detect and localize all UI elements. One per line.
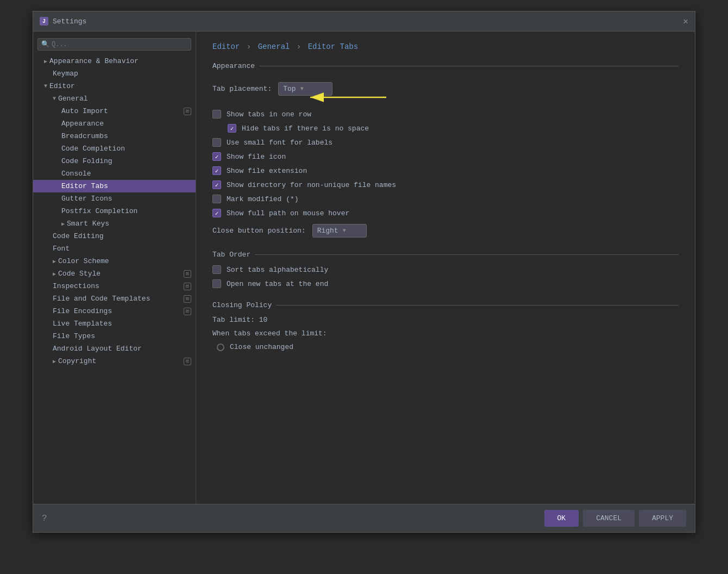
close-button-label: Close button position: (212, 227, 306, 235)
ok-button[interactable]: OK (544, 510, 579, 527)
help-button[interactable]: ? (42, 514, 47, 523)
appearance-section-header: Appearance (212, 62, 679, 70)
mark-modified-checkbox[interactable] (212, 195, 221, 203)
close-unchanged-label: Close unchanged (230, 343, 293, 351)
sidebar-label: Console (61, 170, 91, 178)
title-bar-left: J Settings (40, 17, 86, 26)
tab-limit-label: Tab limit: 10 (212, 316, 267, 324)
badge-icon: ⊡ (184, 358, 191, 365)
show-full-path-row: Show full path on mouse hover (212, 209, 679, 217)
close-unchanged-row: Close unchanged (212, 343, 679, 351)
sidebar-item-font[interactable]: Font (33, 242, 196, 255)
sidebar-label: Copyright (58, 357, 96, 365)
show-file-ext-checkbox[interactable] (212, 166, 221, 175)
sidebar-label: Breadcrumbs (61, 132, 108, 140)
sidebar-item-auto-import[interactable]: Auto Import ⊡ (33, 105, 196, 117)
mark-modified-label: Mark modified (*) (227, 195, 299, 203)
separator-icon: › (247, 42, 256, 51)
sidebar-label: Code Folding (61, 157, 112, 165)
sidebar-item-file-encodings[interactable]: File Encodings ⊡ (33, 305, 196, 317)
title-bar: J Settings ✕ (33, 11, 695, 32)
sidebar-label: Appearance & Behavior (49, 57, 139, 65)
show-full-path-checkbox[interactable] (212, 209, 221, 217)
sidebar-item-postfix-completion[interactable]: Postfix Completion (33, 205, 196, 217)
cancel-button[interactable]: CANCEL (583, 510, 635, 527)
when-exceed-label: When tabs exceed the limit: (212, 329, 327, 338)
close-button-row: Close button position: Right ▼ (212, 224, 679, 238)
show-file-ext-label: Show file extension (227, 167, 307, 175)
sidebar-item-console[interactable]: Console (33, 167, 196, 180)
breadcrumb-part-2: General (258, 42, 290, 51)
hide-tabs-checkbox[interactable] (228, 124, 236, 133)
small-font-row: Use small font for labels (212, 138, 679, 147)
show-dir-checkbox[interactable] (212, 180, 221, 189)
sort-tabs-label: Sort tabs alphabetically (227, 266, 328, 274)
when-exceed-row: When tabs exceed the limit: (212, 329, 679, 338)
sidebar-item-appearance[interactable]: Appearance (33, 117, 196, 130)
chevron-icon: ▼ (53, 96, 56, 102)
sidebar-item-code-editing[interactable]: Code Editing (33, 230, 196, 242)
sidebar-item-general[interactable]: ▼ General (33, 92, 196, 105)
tab-limit-row: Tab limit: 10 (212, 316, 679, 324)
sidebar-item-code-style[interactable]: ▶ Code Style ⊡ (33, 267, 196, 280)
section-label: Appearance (212, 62, 255, 70)
badge-icon: ⊡ (184, 283, 191, 290)
sidebar-label: Postfix Completion (61, 207, 137, 215)
dialog-footer: ? OK CANCEL APPLY (33, 504, 695, 532)
sidebar-label: File and Code Templates (53, 295, 150, 303)
chevron-icon: ▶ (53, 271, 56, 277)
sidebar-label: Smart Keys (67, 220, 109, 228)
chevron-icon: ▶ (44, 58, 47, 65)
sidebar-item-file-types[interactable]: File Types (33, 330, 196, 342)
show-file-ext-row: Show file extension (212, 166, 679, 175)
sidebar-item-color-scheme[interactable]: ▶ Color Scheme (33, 255, 196, 267)
apply-button[interactable]: APPLY (639, 510, 686, 527)
tab-placement-label: Tab placement: (212, 85, 272, 93)
show-dir-row: Show directory for non-unique file names (212, 180, 679, 189)
chevron-icon: ▼ (44, 83, 47, 89)
show-file-icon-checkbox[interactable] (212, 152, 221, 161)
show-dir-label: Show directory for non-unique file names (227, 181, 396, 189)
small-font-checkbox[interactable] (212, 138, 221, 147)
close-unchanged-radio[interactable] (217, 344, 224, 351)
sort-tabs-checkbox[interactable] (212, 265, 221, 274)
sidebar-item-smart-keys[interactable]: ▶ Smart Keys (33, 217, 196, 230)
chevron-icon: ▶ (53, 258, 56, 265)
sidebar-item-android-layout-editor[interactable]: Android Layout Editor (33, 342, 196, 355)
breadcrumb-part-1: Editor (212, 42, 240, 51)
show-full-path-label: Show full path on mouse hover (227, 209, 349, 217)
sidebar-item-copyright[interactable]: ▶ Copyright ⊡ (33, 355, 196, 367)
sidebar-item-inspections[interactable]: Inspections ⊡ (33, 280, 196, 292)
dropdown-arrow-icon: ▼ (300, 86, 304, 92)
badge-icon: ⊡ (184, 108, 191, 115)
sidebar-label: Code Editing (53, 232, 104, 240)
badge-icon: ⊡ (184, 270, 191, 278)
sidebar-item-editor[interactable]: ▼ Editor (33, 80, 196, 92)
sidebar-item-code-completion[interactable]: Code Completion (33, 142, 196, 155)
chevron-icon: ▶ (53, 358, 56, 365)
tab-placement-row: Tab placement: Top ▼ (212, 82, 332, 96)
breadcrumb-part-3: Editor Tabs (308, 42, 358, 51)
sidebar-label: Color Scheme (58, 257, 109, 265)
sidebar-item-editor-tabs[interactable]: Editor Tabs (33, 180, 196, 192)
open-new-tabs-checkbox[interactable] (212, 279, 221, 288)
close-button[interactable]: ✕ (683, 16, 688, 27)
sidebar-item-code-folding[interactable]: Code Folding (33, 155, 196, 167)
sidebar-label: Appearance (61, 120, 104, 128)
close-button-dropdown[interactable]: Right ▼ (312, 224, 367, 238)
sidebar-item-gutter-icons[interactable]: Gutter Icons (33, 192, 196, 205)
sidebar-item-breadcrumbs[interactable]: Breadcrumbs (33, 130, 196, 142)
sidebar-item-live-templates[interactable]: Live Templates (33, 317, 196, 330)
dropdown-value: Top (283, 85, 296, 93)
breadcrumb: Editor › General › Editor Tabs (212, 42, 679, 51)
sidebar-item-keymap[interactable]: Keymap (33, 67, 196, 80)
search-box[interactable]: 🔍 (37, 38, 191, 51)
show-tabs-one-row-checkbox[interactable] (212, 110, 221, 118)
show-file-icon-row: Show file icon (212, 152, 679, 161)
mark-modified-row: Mark modified (*) (212, 195, 679, 203)
show-file-icon-label: Show file icon (227, 153, 286, 161)
sidebar-item-file-code-templates[interactable]: File and Code Templates ⊡ (33, 292, 196, 305)
tab-placement-dropdown[interactable]: Top ▼ (278, 82, 332, 96)
search-input[interactable] (52, 41, 187, 48)
sidebar-item-appearance-behavior[interactable]: ▶ Appearance & Behavior (33, 55, 196, 67)
